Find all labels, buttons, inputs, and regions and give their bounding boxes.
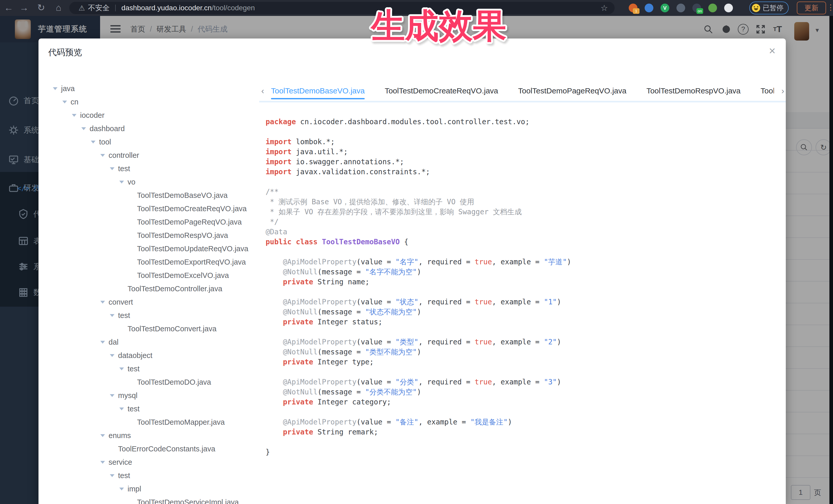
- tree-folder[interactable]: cn: [48, 95, 261, 109]
- reload-icon[interactable]: ↻: [34, 0, 48, 16]
- caret-down-icon[interactable]: [110, 394, 115, 397]
- tree-folder[interactable]: service: [48, 456, 261, 469]
- caret-down-icon[interactable]: [91, 141, 95, 143]
- tree-folder[interactable]: vo: [48, 175, 261, 189]
- caret-down-icon[interactable]: [53, 87, 57, 90]
- address-bar[interactable]: ⚠ 不安全 dashboard.yudao.iocoder.cn/tool/co…: [69, 2, 615, 14]
- browser-menu-icon[interactable]: ⋮: [827, 0, 833, 16]
- tab-ToolTestDemoBaseVO.java[interactable]: ToolTestDemoBaseVO.java: [271, 81, 365, 101]
- tree-item-label: dashboard: [90, 124, 125, 133]
- file-tree: javacniocoderdashboardtoolcontrollertest…: [48, 82, 261, 504]
- tree-folder[interactable]: test: [48, 309, 261, 322]
- extension-orange-icon[interactable]: 1: [629, 4, 638, 12]
- tree-file[interactable]: ToolTestDemoRespVO.java: [48, 229, 261, 242]
- tabs-underline: [259, 101, 786, 102]
- extension-puzzle-icon[interactable]: [724, 4, 733, 12]
- caret-down-icon[interactable]: [119, 487, 124, 490]
- tree-folder[interactable]: test: [48, 162, 261, 175]
- update-button[interactable]: 更新: [797, 2, 826, 15]
- tab-ToolTestDemoCreateReqVO.java[interactable]: ToolTestDemoCreateReqVO.java: [385, 81, 498, 101]
- code-line: [266, 247, 571, 257]
- caret-down-icon[interactable]: [100, 154, 105, 157]
- code-line: @ApiModelProperty(value = "分类", required…: [266, 377, 571, 387]
- tree-file[interactable]: ToolTestDemoUpdateReqVO.java: [48, 242, 261, 255]
- tree-folder[interactable]: test: [48, 469, 261, 482]
- paused-extension-button[interactable]: 已暂停: [749, 2, 789, 15]
- tabs-bar: ‹ ToolTestDemoBaseVO.javaToolTestDemoCre…: [259, 81, 786, 102]
- tabs-scroll-right-icon[interactable]: ›: [781, 81, 784, 101]
- tree-folder[interactable]: iocoder: [48, 109, 261, 122]
- tree-file[interactable]: ToolTestDemoExcelVO.java: [48, 269, 261, 282]
- bookmark-star-icon[interactable]: ☆: [600, 3, 608, 13]
- caret-down-icon[interactable]: [110, 354, 115, 357]
- code-line: @NotNull(message = "名字不能为空"): [266, 267, 571, 277]
- tree-file[interactable]: ToolTestDemoPageReqVO.java: [48, 215, 261, 229]
- tree-file[interactable]: ToolTestDemoCreateReqVO.java: [48, 202, 261, 215]
- tree-folder[interactable]: mysql: [48, 389, 261, 402]
- caret-down-icon[interactable]: [100, 434, 105, 437]
- tree-item-label: service: [109, 458, 132, 466]
- tree-file[interactable]: ToolTestDemoMapper.java: [48, 415, 261, 429]
- caret-down-icon[interactable]: [100, 461, 105, 464]
- code-content: package cn.iocoder.dashboard.modules.too…: [266, 117, 571, 457]
- forward-icon[interactable]: →: [17, 0, 31, 16]
- tree-folder[interactable]: dataobject: [48, 349, 261, 362]
- tree-file[interactable]: ToolTestDemoConvert.java: [48, 322, 261, 335]
- tree-file[interactable]: ToolTestDemoExportReqVO.java: [48, 255, 261, 269]
- tree-folder[interactable]: tool: [48, 135, 261, 149]
- tree-folder[interactable]: test: [48, 402, 261, 415]
- tree-item-label: ToolTestDemoPageReqVO.java: [137, 218, 242, 226]
- tree-file[interactable]: ToolTestDemoDO.java: [48, 376, 261, 389]
- caret-down-icon[interactable]: [110, 314, 115, 317]
- tree-item-label: vo: [127, 178, 136, 186]
- caret-down-icon[interactable]: [119, 408, 124, 410]
- tree-folder[interactable]: enums: [48, 429, 261, 442]
- caret-down-icon[interactable]: [119, 181, 124, 184]
- divider: [115, 5, 116, 11]
- security-label[interactable]: 不安全: [88, 3, 110, 13]
- caret-down-icon[interactable]: [72, 114, 76, 117]
- caret-down-icon[interactable]: [100, 341, 105, 344]
- tree-file[interactable]: ToolErrorCodeConstants.java: [48, 442, 261, 456]
- caret-down-icon[interactable]: [110, 167, 115, 170]
- extension-green-v-icon[interactable]: V: [661, 4, 669, 12]
- caret-down-icon[interactable]: [119, 367, 124, 370]
- back-icon[interactable]: ←: [2, 0, 16, 16]
- code-line: /**: [266, 187, 571, 197]
- code-line: [266, 367, 571, 377]
- extension-list-icon[interactable]: on: [692, 4, 701, 12]
- tree-folder[interactable]: convert: [48, 295, 261, 309]
- tree-folder[interactable]: impl: [48, 482, 261, 496]
- caret-down-icon[interactable]: [100, 301, 105, 304]
- tree-folder[interactable]: java: [48, 82, 261, 95]
- extension-pin-icon[interactable]: [645, 4, 653, 12]
- url-path[interactable]: /tool/codegen: [212, 4, 255, 12]
- code-line: import io.swagger.annotations.*;: [266, 157, 571, 167]
- tree-folder[interactable]: controller: [48, 149, 261, 162]
- extension-grid-icon[interactable]: [676, 4, 685, 12]
- tree-file[interactable]: ToolTestDemoController.java: [48, 282, 261, 295]
- extension-sprout-icon[interactable]: [708, 4, 717, 12]
- tree-item-label: test: [118, 472, 130, 480]
- tab-ToolTe[interactable]: ToolTe: [761, 81, 774, 101]
- code-line: @ApiModelProperty(value = "状态", required…: [266, 297, 571, 307]
- code-line: public class ToolTestDemoBaseVO {: [266, 237, 571, 247]
- tree-folder[interactable]: dashboard: [48, 122, 261, 135]
- url-host[interactable]: dashboard.yudao.iocoder.cn: [121, 4, 212, 12]
- code-line: [266, 327, 571, 337]
- tree-folder[interactable]: dal: [48, 335, 261, 349]
- home-icon[interactable]: ⌂: [51, 0, 66, 16]
- caret-down-icon[interactable]: [81, 127, 86, 130]
- tab-ToolTestDemoPageReqVO.java[interactable]: ToolTestDemoPageReqVO.java: [518, 81, 626, 101]
- caret-down-icon[interactable]: [62, 101, 67, 103]
- close-icon[interactable]: ×: [769, 45, 776, 56]
- caret-down-icon[interactable]: [110, 474, 115, 477]
- tabs-scroll-left-icon[interactable]: ‹: [261, 81, 264, 101]
- tree-file[interactable]: ToolTestDemoBaseVO.java: [48, 189, 261, 202]
- tree-item-label: ToolTestDemoExcelVO.java: [137, 271, 229, 280]
- tree-file[interactable]: ToolTestDemoServiceImpl.java: [48, 496, 261, 504]
- code-line: @Data: [266, 227, 571, 237]
- tree-folder[interactable]: test: [48, 362, 261, 376]
- tab-ToolTestDemoRespVO.java[interactable]: ToolTestDemoRespVO.java: [646, 81, 741, 101]
- tree-item-label: controller: [109, 151, 139, 160]
